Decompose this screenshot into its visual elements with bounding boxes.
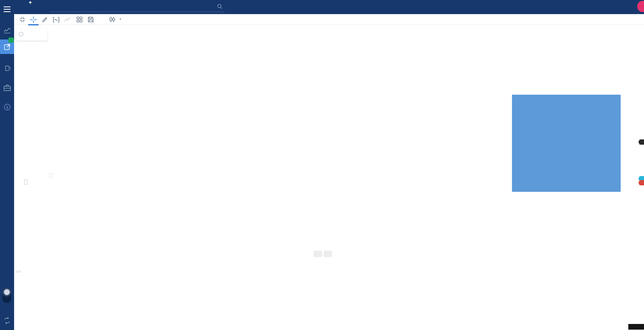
topbar: ✚ [0, 0, 644, 14]
current-buy-price-label [24, 180, 27, 185]
line-chart-icon [4, 27, 11, 33]
save-icon [88, 17, 94, 23]
data-window-tooltip [512, 95, 621, 192]
briefcase-icon [4, 85, 11, 91]
collapse-arrows-icon [19, 17, 25, 23]
indicators-button[interactable] [97, 15, 106, 24]
menu-button[interactable] [0, 2, 14, 16]
volume-zoom-in-button[interactable] [324, 251, 332, 257]
app-root: ✚ [0, 0, 644, 330]
draw-tool-button[interactable] [40, 15, 50, 24]
timeframe-dropdown[interactable]: ▾ [118, 16, 136, 21]
sidebar-item-watchlist[interactable] [0, 61, 14, 75]
macd-indicator-label [16, 271, 21, 272]
theme-toggle[interactable] [2, 288, 11, 303]
hamburger-icon [4, 6, 10, 12]
grid-layout-icon [76, 17, 83, 23]
positions-count-badge [8, 37, 14, 43]
instrument-card[interactable] [16, 28, 47, 41]
zigzag-icon [64, 17, 70, 22]
chart-type-button[interactable] [107, 15, 117, 24]
pencil-icon [42, 17, 48, 23]
sidebar-item-trade[interactable] [0, 39, 14, 54]
open-price-label [49, 173, 52, 178]
sidebar-item-portfolio[interactable] [0, 81, 14, 95]
chevron-down-icon: ▾ [120, 17, 121, 21]
sidebar: $ [0, 0, 14, 330]
search-icon[interactable] [217, 4, 223, 9]
trade-positions-icon [4, 43, 11, 50]
logo-plus-icon: ✚ [29, 1, 32, 4]
trend-tool-button[interactable] [62, 15, 72, 24]
search-input[interactable] [49, 2, 210, 11]
crosshair-icon [30, 17, 37, 23]
sidebar-item-funds[interactable]: $ [0, 100, 14, 114]
svg-text:$: $ [6, 105, 8, 109]
notification-bubble[interactable] [637, 1, 644, 12]
layout-button[interactable] [74, 15, 84, 24]
crosshair-tool-button[interactable] [29, 15, 38, 24]
refresh-arrows-icon [4, 317, 10, 324]
sidebar-item-markets[interactable] [0, 23, 14, 37]
candlestick-icon [109, 17, 116, 23]
sun-icon [4, 289, 10, 295]
patterns-tool-button[interactable] [51, 15, 61, 24]
tag-icon [4, 65, 10, 72]
search-field[interactable] [49, 2, 224, 12]
fit-chart-button[interactable] [17, 15, 27, 24]
wave-brackets-icon [53, 17, 60, 23]
save-chart-button[interactable] [86, 15, 95, 24]
crosshair-date-tag [628, 324, 644, 330]
chart-toolbar: ▾ [14, 14, 644, 25]
info-icon[interactable] [19, 32, 23, 36]
switch-account-button[interactable] [0, 313, 14, 328]
volume-zoom-out-button[interactable] [314, 251, 322, 257]
dollar-coin-icon: $ [4, 104, 11, 111]
